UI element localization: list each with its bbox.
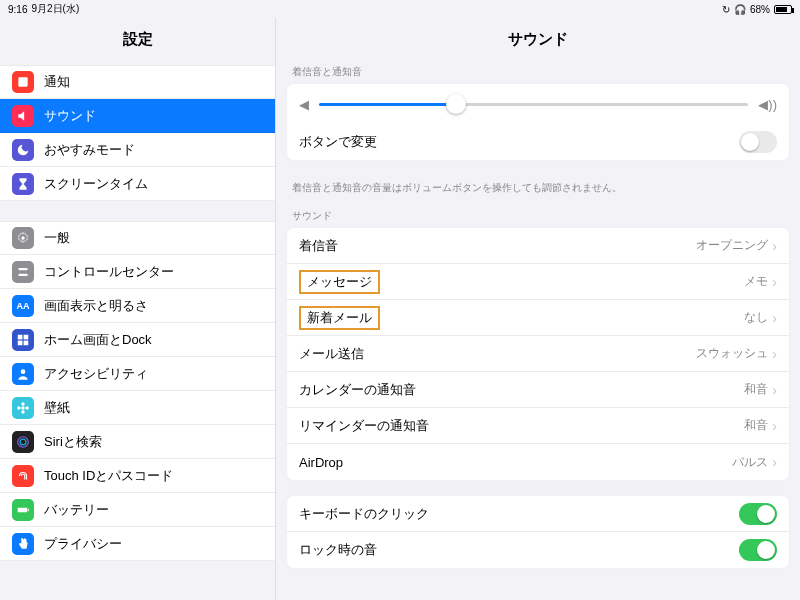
calendar-alert-label: カレンダーの通知音 [299, 381, 416, 399]
airdrop-label: AirDrop [299, 455, 343, 470]
status-time: 9:16 [8, 4, 27, 15]
svg-point-13 [25, 406, 29, 410]
svg-rect-5 [24, 334, 29, 339]
touchid-icon [12, 465, 34, 487]
airdrop-value: パルス [732, 454, 768, 471]
svg-rect-2 [18, 267, 27, 269]
sidebar-item-label: コントロールセンター [44, 263, 174, 281]
ringer-volume-slider[interactable]: ◀ ◀)) [287, 84, 789, 124]
siri-icon [12, 431, 34, 453]
sidebar-group-2: 一般コントロールセンターAA画面表示と明るさホーム画面とDockアクセシビリティ… [0, 221, 275, 561]
sidebar-item-Siriと検索[interactable]: Siriと検索 [0, 425, 275, 459]
speaker-high-icon: ◀)) [758, 97, 777, 112]
detail-panel: サウンド 着信音と通知音 ◀ ◀)) ボタンで変更 着信音と通知音の音量はボリュ… [276, 18, 800, 600]
new-mail-highlight: 新着メール [299, 306, 380, 330]
airdrop-row[interactable]: AirDrop パルス › [287, 444, 789, 480]
switches-icon [12, 261, 34, 283]
reminder-alert-row[interactable]: リマインダーの通知音 和音 › [287, 408, 789, 444]
sidebar-item-コントロールセンター[interactable]: コントロールセンター [0, 255, 275, 289]
sidebar-item-label: スクリーンタイム [44, 175, 148, 193]
sent-mail-value: スウォッシュ [696, 345, 768, 362]
svg-rect-6 [18, 340, 23, 345]
sidebar-group-1: 通知サウンドおやすみモードスクリーンタイム [0, 65, 275, 201]
sidebar-item-label: 壁紙 [44, 399, 70, 417]
sidebar-item-label: ホーム画面とDock [44, 331, 152, 349]
lock-sound-label: ロック時の音 [299, 541, 377, 559]
slider-track[interactable] [319, 103, 748, 106]
ringtone-value: オープニング [696, 237, 768, 254]
sidebar-item-一般[interactable]: 一般 [0, 221, 275, 255]
slider-thumb[interactable] [446, 94, 466, 114]
sidebar-item-label: Touch IDとパスコード [44, 467, 173, 485]
flower-icon [12, 397, 34, 419]
sidebar-item-プライバシー[interactable]: プライバシー [0, 527, 275, 561]
svg-rect-3 [18, 273, 27, 275]
ringtone-row[interactable]: 着信音 オープニング › [287, 228, 789, 264]
chevron-right-icon: › [772, 310, 777, 326]
svg-point-10 [21, 402, 25, 406]
system-sounds-card: キーボードのクリック ロック時の音 [286, 495, 790, 569]
lock-sound-row[interactable]: ロック時の音 [287, 532, 789, 568]
sidebar-item-画面表示と明るさ[interactable]: AA画面表示と明るさ [0, 289, 275, 323]
hand-icon [12, 533, 34, 555]
sidebar-item-label: 一般 [44, 229, 70, 247]
keyboard-clicks-row[interactable]: キーボードのクリック [287, 496, 789, 532]
status-date: 9月2日(水) [31, 2, 79, 16]
sidebar-item-label: アクセシビリティ [44, 365, 148, 383]
ringer-section-footer: 着信音と通知音の音量はボリュームボタンを操作しても調節されません。 [276, 175, 800, 209]
person-icon [12, 363, 34, 385]
sidebar-item-Touch IDとパスコード[interactable]: Touch IDとパスコード [0, 459, 275, 493]
sent-mail-row[interactable]: メール送信 スウォッシュ › [287, 336, 789, 372]
gear-icon [12, 227, 34, 249]
svg-point-9 [21, 406, 25, 410]
sidebar-item-label: サウンド [44, 107, 96, 125]
sidebar-item-スクリーンタイム[interactable]: スクリーンタイム [0, 167, 275, 201]
grid-icon [12, 329, 34, 351]
chevron-right-icon: › [772, 238, 777, 254]
new-mail-row[interactable]: 新着メール なし › [287, 300, 789, 336]
text-tone-label: メッセージ [307, 274, 372, 289]
text-tone-row[interactable]: メッセージ メモ › [287, 264, 789, 300]
sidebar-item-label: バッテリー [44, 501, 109, 519]
sidebar-item-通知[interactable]: 通知 [0, 65, 275, 99]
svg-rect-7 [24, 340, 29, 345]
sent-mail-label: メール送信 [299, 345, 364, 363]
sidebar-item-アクセシビリティ[interactable]: アクセシビリティ [0, 357, 275, 391]
svg-point-15 [20, 439, 26, 445]
battery-icon [774, 5, 792, 14]
ringtone-label: 着信音 [299, 237, 338, 255]
sidebar-item-label: おやすみモード [44, 141, 135, 159]
detail-title: サウンド [276, 18, 800, 65]
ringer-section-header: 着信音と通知音 [276, 65, 800, 83]
text-tone-highlight: メッセージ [299, 270, 380, 294]
svg-point-11 [21, 410, 25, 414]
chevron-right-icon: › [772, 274, 777, 290]
chevron-right-icon: › [772, 382, 777, 398]
reminder-alert-label: リマインダーの通知音 [299, 417, 429, 435]
status-bar: 9:16 9月2日(水) ↻ 🎧 68% [0, 0, 800, 18]
sidebar-item-label: 通知 [44, 73, 70, 91]
svg-rect-16 [18, 507, 27, 512]
lock-sound-switch[interactable] [739, 539, 777, 561]
change-with-buttons-switch[interactable] [739, 131, 777, 153]
new-mail-value: なし [744, 309, 768, 326]
aa-icon: AA [12, 295, 34, 317]
sidebar-item-バッテリー[interactable]: バッテリー [0, 493, 275, 527]
keyboard-clicks-switch[interactable] [739, 503, 777, 525]
chevron-right-icon: › [772, 346, 777, 362]
svg-rect-17 [28, 508, 29, 510]
sounds-card: 着信音 オープニング › メッセージ メモ › 新着メール なし › [286, 227, 790, 481]
new-mail-label: 新着メール [307, 310, 372, 325]
change-with-buttons-row[interactable]: ボタンで変更 [287, 124, 789, 160]
sidebar-item-壁紙[interactable]: 壁紙 [0, 391, 275, 425]
svg-point-14 [18, 436, 29, 447]
calendar-alert-row[interactable]: カレンダーの通知音 和音 › [287, 372, 789, 408]
hourglass-icon [12, 173, 34, 195]
speaker-icon [12, 105, 34, 127]
sidebar-item-ホーム画面とDock[interactable]: ホーム画面とDock [0, 323, 275, 357]
sidebar-item-おやすみモード[interactable]: おやすみモード [0, 133, 275, 167]
svg-point-8 [21, 369, 26, 374]
sidebar-item-label: Siriと検索 [44, 433, 102, 451]
headphone-icon: 🎧 [734, 4, 746, 15]
sidebar-item-サウンド[interactable]: サウンド [0, 99, 275, 133]
